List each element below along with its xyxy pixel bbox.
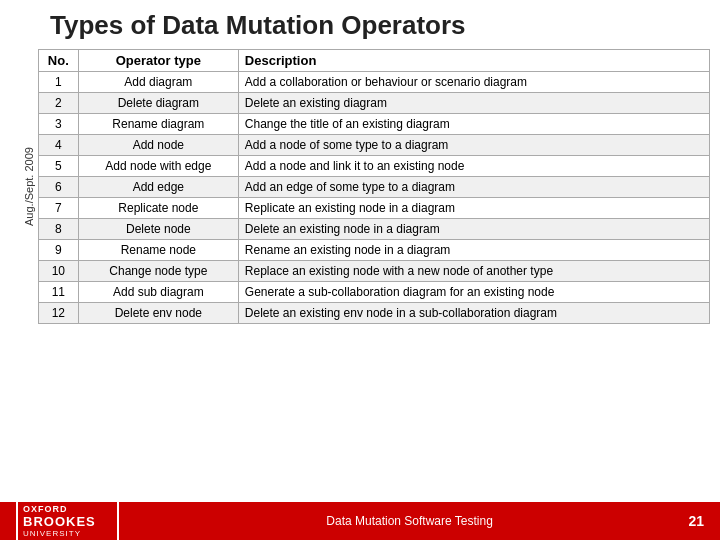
cell-desc: Change the title of an existing diagram	[238, 114, 709, 135]
cell-no: 6	[38, 177, 78, 198]
brookes-text: BROOKES	[23, 514, 96, 529]
table-row: 1Add diagramAdd a collaboration or behav…	[38, 72, 709, 93]
cell-desc: Generate a sub-collaboration diagram for…	[238, 282, 709, 303]
page-title: Types of Data Mutation Operators	[10, 10, 710, 41]
operators-table: No. Operator type Description 1Add diagr…	[38, 49, 710, 324]
cell-op: Add node	[78, 135, 238, 156]
cell-desc: Add a node and link it to an existing no…	[238, 156, 709, 177]
table-body: 1Add diagramAdd a collaboration or behav…	[38, 72, 709, 324]
cell-no: 4	[38, 135, 78, 156]
table-row: 3Rename diagramChange the title of an ex…	[38, 114, 709, 135]
cell-op: Add edge	[78, 177, 238, 198]
cell-no: 10	[38, 261, 78, 282]
table-row: 10Change node typeReplace an existing no…	[38, 261, 709, 282]
footer: OXFORD BROOKES UNIVERSITY Data Mutation …	[0, 502, 720, 540]
cell-op: Delete diagram	[78, 93, 238, 114]
cell-desc: Delete an existing env node in a sub-col…	[238, 303, 709, 324]
cell-desc: Add a collaboration or behaviour or scen…	[238, 72, 709, 93]
main-content: Types of Data Mutation Operators Aug./Se…	[0, 0, 720, 324]
side-label: Aug./Sept. 2009	[20, 49, 38, 324]
cell-no: 8	[38, 219, 78, 240]
footer-logo: OXFORD BROOKES UNIVERSITY	[23, 504, 96, 538]
cell-desc: Replicate an existing node in a diagram	[238, 198, 709, 219]
table-row: 9Rename nodeRename an existing node in a…	[38, 240, 709, 261]
cell-no: 9	[38, 240, 78, 261]
cell-no: 5	[38, 156, 78, 177]
cell-no: 2	[38, 93, 78, 114]
table-row: 5Add node with edgeAdd a node and link i…	[38, 156, 709, 177]
footer-title: Data Mutation Software Testing	[131, 514, 689, 528]
table-row: 4Add nodeAdd a node of some type to a di…	[38, 135, 709, 156]
cell-no: 12	[38, 303, 78, 324]
university-text: UNIVERSITY	[23, 529, 81, 538]
cell-desc: Delete an existing node in a diagram	[238, 219, 709, 240]
col-header-desc: Description	[238, 50, 709, 72]
cell-op: Replicate node	[78, 198, 238, 219]
cell-op: Rename node	[78, 240, 238, 261]
cell-op: Delete env node	[78, 303, 238, 324]
footer-page: 21	[688, 513, 704, 529]
table-row: 2Delete diagramDelete an existing diagra…	[38, 93, 709, 114]
logo-box: OXFORD BROOKES UNIVERSITY	[16, 500, 119, 540]
cell-op: Add node with edge	[78, 156, 238, 177]
cell-op: Add sub diagram	[78, 282, 238, 303]
table-wrapper: Aug./Sept. 2009 No. Operator type Descri…	[10, 49, 710, 324]
cell-desc: Replace an existing node with a new node…	[238, 261, 709, 282]
col-header-op: Operator type	[78, 50, 238, 72]
cell-op: Change node type	[78, 261, 238, 282]
cell-no: 1	[38, 72, 78, 93]
cell-op: Add diagram	[78, 72, 238, 93]
table-row: 12Delete env nodeDelete an existing env …	[38, 303, 709, 324]
cell-op: Delete node	[78, 219, 238, 240]
table-row: 7Replicate nodeReplicate an existing nod…	[38, 198, 709, 219]
oxford-text: OXFORD	[23, 504, 68, 514]
cell-no: 11	[38, 282, 78, 303]
cell-no: 3	[38, 114, 78, 135]
cell-desc: Add an edge of some type to a diagram	[238, 177, 709, 198]
table-row: 6Add edgeAdd an edge of some type to a d…	[38, 177, 709, 198]
table-row: 11Add sub diagramGenerate a sub-collabor…	[38, 282, 709, 303]
cell-desc: Add a node of some type to a diagram	[238, 135, 709, 156]
cell-desc: Delete an existing diagram	[238, 93, 709, 114]
cell-desc: Rename an existing node in a diagram	[238, 240, 709, 261]
cell-op: Rename diagram	[78, 114, 238, 135]
cell-no: 7	[38, 198, 78, 219]
col-header-no: No.	[38, 50, 78, 72]
table-row: 8Delete nodeDelete an existing node in a…	[38, 219, 709, 240]
